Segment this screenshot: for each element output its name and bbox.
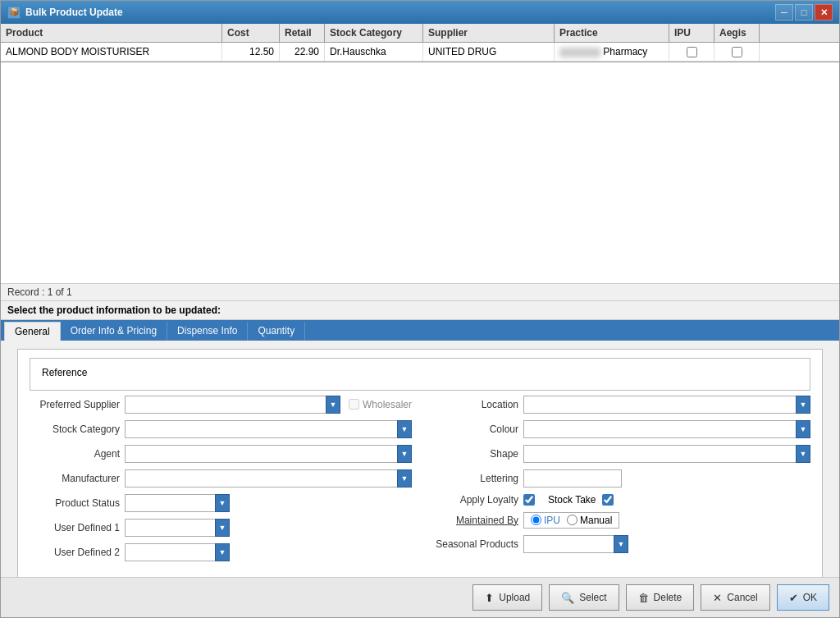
col-header-ipu: IPU xyxy=(669,24,714,42)
agent-row: Agent ▼ xyxy=(30,445,412,463)
upload-icon: ⬆ xyxy=(485,592,494,604)
cell-supplier: UNITED DRUG xyxy=(423,43,555,61)
loyalty-section: Stock Take xyxy=(523,494,810,506)
stock-take-checkbox[interactable] xyxy=(602,494,614,506)
radio-ipu-label: IPU xyxy=(544,515,560,526)
reference-legend: Reference xyxy=(30,358,810,391)
col-header-cost: Cost xyxy=(222,24,280,42)
radio-ipu[interactable]: IPU xyxy=(531,515,560,526)
apply-loyalty-checkbox[interactable] xyxy=(523,494,535,506)
preferred-supplier-row: Preferred Supplier ▼ Wholesaler xyxy=(30,396,412,414)
colour-input[interactable] xyxy=(523,420,796,438)
preferred-supplier-dropdown-btn[interactable]: ▼ xyxy=(326,396,340,414)
maintained-by-radio-group: IPU Manual xyxy=(523,512,619,529)
seasonal-products-input[interactable] xyxy=(523,535,614,553)
window-title: Bulk Product Update xyxy=(25,7,775,18)
form-grid: Preferred Supplier ▼ Wholesaler Stock Ca… xyxy=(30,396,810,568)
manufacturer-input[interactable] xyxy=(125,469,397,488)
user-defined-2-dropdown-btn[interactable]: ▼ xyxy=(215,543,230,561)
cell-aegis xyxy=(714,43,760,61)
form-panel: Reference Preferred Supplier ▼ Wholesale… xyxy=(1,341,839,578)
col-header-stock-category: Stock Category xyxy=(325,24,423,42)
seasonal-products-label: Seasonal Products xyxy=(428,538,518,550)
tab-quantity[interactable]: Quantity xyxy=(248,322,305,341)
select-icon: 🔍 xyxy=(561,592,574,604)
window-icon: 📦 xyxy=(7,6,21,19)
tab-dispense-info[interactable]: Dispense Info xyxy=(167,322,248,341)
colour-label: Colour xyxy=(428,423,518,435)
stock-category-input[interactable] xyxy=(125,420,397,438)
stock-take-label: Stock Take xyxy=(548,494,596,506)
ok-icon: ✔ xyxy=(789,592,798,604)
close-button[interactable]: ✕ xyxy=(815,4,833,21)
location-dropdown-btn[interactable]: ▼ xyxy=(796,396,810,414)
shape-dropdown-btn[interactable]: ▼ xyxy=(796,445,810,463)
reference-group: Reference Preferred Supplier ▼ Wholesale… xyxy=(17,349,823,578)
tab-general[interactable]: General xyxy=(4,322,61,341)
agent-dropdown-btn[interactable]: ▼ xyxy=(397,445,412,463)
cell-cost: 12.50 xyxy=(222,43,280,61)
wholesaler-checkbox[interactable] xyxy=(349,399,359,410)
product-grid: Product Cost Retail Stock Category Suppl… xyxy=(1,24,839,62)
tab-order-info-pricing[interactable]: Order Info & Pricing xyxy=(61,322,167,341)
col-header-product: Product xyxy=(1,24,222,42)
delete-button[interactable]: 🗑 Delete xyxy=(626,584,695,611)
product-status-row: Product Status ▼ xyxy=(30,494,412,512)
user-defined-1-wrapper: ▼ xyxy=(125,519,412,537)
preferred-supplier-wrapper: ▼ xyxy=(125,396,340,414)
user-defined-2-input[interactable] xyxy=(125,543,215,561)
maintained-by-row: Maintained By IPU Manual xyxy=(428,512,810,529)
cell-product: ALMOND BODY MOISTURISER xyxy=(1,43,222,61)
upload-button[interactable]: ⬆ Upload xyxy=(472,584,542,611)
window-controls: ─ □ ✕ xyxy=(775,4,833,21)
manufacturer-dropdown-btn[interactable]: ▼ xyxy=(397,469,412,488)
user-defined-1-input[interactable] xyxy=(125,519,215,537)
practice-blurred xyxy=(559,48,600,57)
colour-dropdown-btn[interactable]: ▼ xyxy=(796,420,810,438)
ok-button[interactable]: ✔ OK xyxy=(777,584,829,611)
user-defined-2-wrapper: ▼ xyxy=(125,543,412,561)
main-window: 📦 Bulk Product Update ─ □ ✕ Product Cost… xyxy=(0,0,840,618)
col-header-supplier: Supplier xyxy=(423,24,555,42)
stock-take-wrapper: Stock Take xyxy=(548,494,614,506)
ipu-checkbox[interactable] xyxy=(687,47,697,57)
form-right-col: Location ▼ Colour ▼ xyxy=(428,396,810,568)
col-header-practice: Practice xyxy=(555,24,669,42)
cell-retail: 22.90 xyxy=(280,43,325,61)
shape-wrapper: ▼ xyxy=(523,445,810,463)
product-status-label: Product Status xyxy=(30,497,120,509)
agent-input[interactable] xyxy=(125,445,397,463)
minimize-button[interactable]: ─ xyxy=(775,4,793,21)
lettering-label: Lettering xyxy=(428,473,518,484)
aegis-checkbox[interactable] xyxy=(732,47,742,57)
cancel-icon: ✕ xyxy=(713,592,722,604)
cancel-button[interactable]: ✕ Cancel xyxy=(701,584,769,611)
maximize-button[interactable]: □ xyxy=(795,4,813,21)
lettering-input[interactable] xyxy=(523,469,622,488)
product-status-dropdown-btn[interactable]: ▼ xyxy=(215,494,230,512)
preferred-supplier-input[interactable] xyxy=(125,396,326,414)
location-wrapper: ▼ xyxy=(523,396,810,414)
user-defined-1-label: User Defined 1 xyxy=(30,522,120,533)
select-button[interactable]: 🔍 Select xyxy=(549,584,619,611)
location-row: Location ▼ xyxy=(428,396,810,414)
maintained-by-label: Maintained By xyxy=(428,515,518,526)
titlebar: 📦 Bulk Product Update ─ □ ✕ xyxy=(1,1,839,24)
location-input[interactable] xyxy=(523,396,796,414)
radio-ipu-input[interactable] xyxy=(531,515,541,525)
table-row[interactable]: ALMOND BODY MOISTURISER 12.50 22.90 Dr.H… xyxy=(1,43,839,62)
apply-loyalty-checkbox-wrapper xyxy=(523,494,535,506)
apply-loyalty-label: Apply Loyalty xyxy=(428,494,518,506)
user-defined-1-dropdown-btn[interactable]: ▼ xyxy=(215,519,230,537)
radio-manual[interactable]: Manual xyxy=(567,515,612,526)
stock-category-dropdown-btn[interactable]: ▼ xyxy=(397,420,412,438)
agent-label: Agent xyxy=(30,448,120,460)
data-area xyxy=(1,62,839,283)
radio-manual-input[interactable] xyxy=(567,515,578,525)
user-defined-1-row: User Defined 1 ▼ xyxy=(30,519,412,537)
product-status-input[interactable] xyxy=(125,494,215,512)
tabs-bar: General Order Info & Pricing Dispense In… xyxy=(1,320,839,341)
seasonal-products-dropdown-btn[interactable]: ▼ xyxy=(614,535,628,553)
form-left-col: Preferred Supplier ▼ Wholesaler Stock Ca… xyxy=(30,396,412,568)
shape-input[interactable] xyxy=(523,445,796,463)
